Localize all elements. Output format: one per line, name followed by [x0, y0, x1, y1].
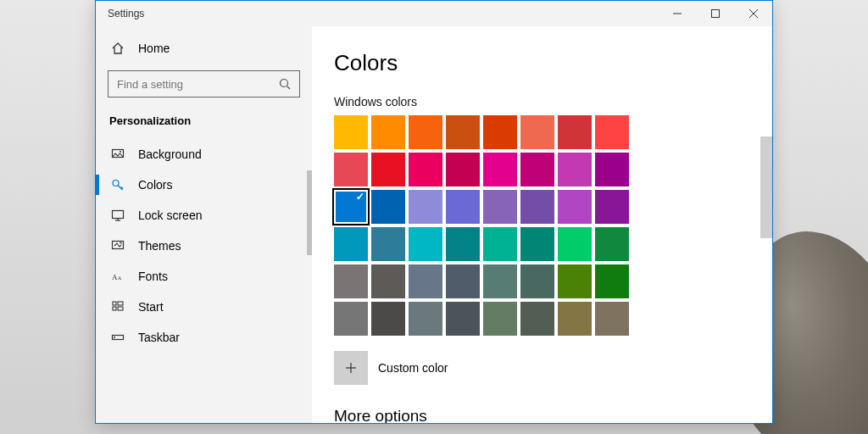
color-swatch[interactable]: [409, 264, 442, 298]
color-swatch[interactable]: [595, 190, 629, 224]
svg-point-7: [120, 151, 121, 153]
sidebar-item-lock-screen[interactable]: Lock screen: [96, 200, 312, 231]
settings-window: Settings Home: [95, 0, 773, 424]
color-swatch[interactable]: [558, 302, 592, 336]
color-swatch[interactable]: [520, 302, 554, 336]
color-swatch[interactable]: [483, 302, 517, 336]
color-swatch[interactable]: [483, 115, 517, 149]
svg-line-5: [287, 86, 291, 90]
more-options-heading: More options: [334, 407, 738, 423]
sidebar-item-label: Themes: [138, 239, 181, 253]
svg-text:A: A: [112, 273, 118, 281]
color-swatch[interactable]: [409, 190, 442, 224]
color-swatch[interactable]: [334, 153, 368, 186]
color-swatch[interactable]: [446, 115, 480, 149]
sidebar-item-colors[interactable]: Colors: [96, 170, 312, 200]
sidebar-item-label: Lock screen: [138, 209, 202, 222]
search-box[interactable]: [108, 70, 300, 97]
color-swatch[interactable]: [334, 190, 368, 224]
home-icon: [109, 42, 126, 55]
svg-rect-1: [711, 10, 719, 18]
color-swatch[interactable]: [371, 227, 405, 261]
sidebar-item-taskbar[interactable]: Taskbar: [96, 322, 312, 353]
color-swatch[interactable]: [446, 153, 480, 186]
color-swatch[interactable]: [595, 115, 629, 149]
color-swatch[interactable]: [371, 190, 405, 224]
svg-rect-18: [118, 307, 123, 310]
sidebar: Home Personalization BackgroundColorsLoc…: [96, 26, 312, 423]
color-swatch[interactable]: [595, 302, 629, 336]
sidebar-item-start[interactable]: Start: [96, 292, 312, 322]
custom-color-row[interactable]: Custom color: [334, 351, 738, 385]
svg-rect-17: [113, 307, 116, 310]
svg-rect-16: [118, 302, 123, 305]
color-swatch[interactable]: [520, 115, 554, 149]
color-swatch[interactable]: [334, 264, 368, 298]
start-icon: [109, 300, 126, 314]
sidebar-item-label: Colors: [138, 178, 172, 192]
sidebar-item-label: Start: [138, 300, 164, 314]
color-swatch[interactable]: [558, 264, 592, 298]
sidebar-item-background[interactable]: Background: [96, 139, 312, 170]
color-swatch[interactable]: [334, 302, 368, 336]
color-swatch[interactable]: [371, 153, 405, 186]
color-swatch[interactable]: [520, 153, 554, 186]
close-button[interactable]: [734, 1, 772, 26]
search-input[interactable]: [117, 78, 279, 91]
color-swatch[interactable]: [558, 190, 592, 224]
color-swatch[interactable]: [520, 264, 554, 298]
maximize-button[interactable]: [696, 1, 734, 26]
color-swatch[interactable]: [409, 115, 442, 149]
color-swatch[interactable]: [409, 153, 442, 186]
sidebar-heading: Personalization: [96, 109, 312, 134]
color-swatch[interactable]: [409, 302, 442, 336]
sidebar-item-themes[interactable]: Themes: [96, 231, 312, 261]
custom-color-button[interactable]: [334, 351, 368, 385]
svg-point-8: [113, 181, 119, 186]
svg-rect-15: [113, 302, 116, 305]
color-swatch[interactable]: [558, 115, 592, 149]
color-swatch[interactable]: [483, 153, 517, 186]
svg-text:A: A: [118, 275, 122, 281]
titlebar: Settings: [96, 1, 772, 26]
color-swatch[interactable]: [595, 227, 629, 261]
color-swatch[interactable]: [483, 264, 517, 298]
color-swatch[interactable]: [446, 227, 480, 261]
sidebar-item-label: Fonts: [138, 270, 168, 283]
color-swatch[interactable]: [334, 227, 368, 261]
window-controls: [658, 1, 772, 26]
color-swatch[interactable]: [446, 302, 480, 336]
sidebar-home[interactable]: Home: [96, 35, 312, 62]
color-swatch[interactable]: [371, 264, 405, 298]
minimize-button[interactable]: [658, 1, 696, 26]
color-swatch[interactable]: [446, 190, 480, 224]
color-swatch[interactable]: [595, 153, 629, 186]
custom-color-label: Custom color: [378, 361, 448, 375]
content-scrollbar[interactable]: [760, 136, 772, 238]
plus-icon: [344, 361, 358, 375]
page-title: Colors: [334, 50, 738, 76]
sidebar-item-fonts[interactable]: AAFonts: [96, 261, 312, 292]
color-swatch[interactable]: [371, 302, 405, 336]
color-swatch[interactable]: [483, 190, 517, 224]
color-swatch-grid: [334, 115, 738, 336]
color-swatch[interactable]: [409, 227, 442, 261]
color-swatch[interactable]: [520, 190, 554, 224]
search-icon: [279, 78, 291, 90]
color-swatch[interactable]: [446, 264, 480, 298]
sidebar-home-label: Home: [138, 42, 170, 55]
colors-icon: [109, 178, 126, 192]
color-swatch[interactable]: [595, 264, 629, 298]
color-swatch[interactable]: [520, 227, 554, 261]
taskbar-icon: [109, 331, 126, 344]
swatch-heading: Windows colors: [334, 95, 738, 108]
color-swatch[interactable]: [558, 227, 592, 261]
window-body: Home Personalization BackgroundColorsLoc…: [96, 26, 772, 423]
sidebar-item-label: Background: [138, 147, 202, 161]
color-swatch[interactable]: [558, 153, 592, 186]
color-swatch[interactable]: [483, 227, 517, 261]
color-swatch[interactable]: [334, 115, 368, 149]
fonts-icon: AA: [109, 270, 126, 283]
color-swatch[interactable]: [371, 115, 405, 149]
sidebar-items: BackgroundColorsLock screenThemesAAFonts…: [96, 139, 312, 353]
